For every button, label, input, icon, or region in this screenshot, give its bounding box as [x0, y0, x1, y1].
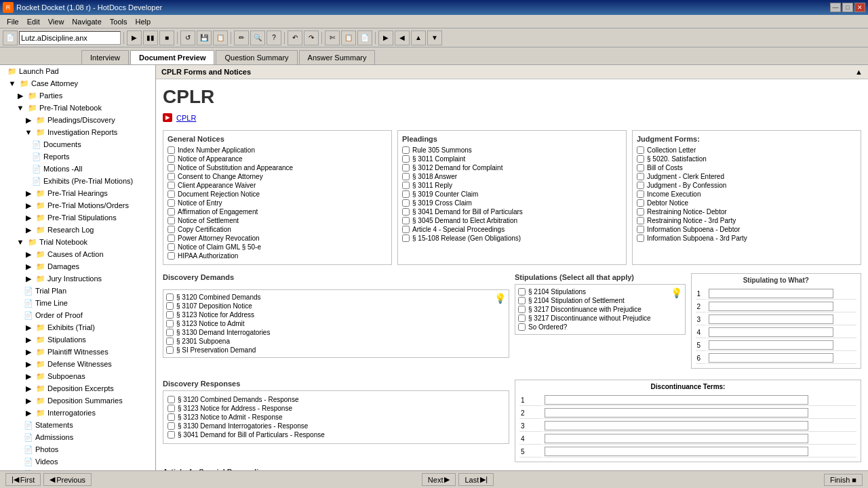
- check-3011-complaint[interactable]: § 3011 Complaint: [402, 155, 622, 163]
- check-2301-subpoena[interactable]: § 2301 Subpoena: [166, 337, 506, 346]
- toolbar-undo[interactable]: ↶: [288, 30, 302, 45]
- toolbar-extra-3[interactable]: ▲: [411, 30, 426, 45]
- check-3123-admit-response[interactable]: § 3123 Notice to Admit - Response: [167, 413, 505, 422]
- sidebar-item-pretrial-stips[interactable]: ▶ 📁 Pre-Trial Stipulations: [0, 211, 155, 224]
- toolbar-btn-5[interactable]: 💾: [197, 30, 212, 45]
- check-3019-counter[interactable]: § 3019 Counter Claim: [402, 190, 622, 199]
- toolbar-btn-3[interactable]: ■: [159, 30, 174, 45]
- check-power-atty[interactable]: Power Attorney Revocation: [167, 234, 387, 243]
- sidebar-item-damages[interactable]: ▶ 📁 Damages: [0, 260, 155, 272]
- check-so-ordered[interactable]: So Ordered?: [518, 323, 682, 331]
- check-affirmation[interactable]: Affirmation of Engagement: [167, 207, 387, 216]
- toolbar-redo[interactable]: ↷: [304, 30, 319, 45]
- sidebar-item-stipulations[interactable]: ▶ 📁 Stipulations: [0, 333, 155, 346]
- toolbar-btn-2[interactable]: ▮▮: [143, 30, 158, 45]
- checkbox-3123-admit[interactable]: [166, 320, 174, 327]
- check-3123-admit[interactable]: § 3123 Notice to Admit: [166, 319, 506, 328]
- checkbox-3019-counter[interactable]: [402, 190, 410, 198]
- checkbox-2301-subpoena[interactable]: [166, 338, 174, 345]
- checkbox-article4[interactable]: [402, 226, 410, 233]
- check-3123-address[interactable]: § 3123 Notice for Address: [166, 310, 506, 319]
- close-button[interactable]: ✕: [854, 3, 865, 12]
- check-3130-interrog-response[interactable]: § 3130 Demand Interrogatories - Response: [167, 422, 505, 430]
- sidebar-item-parties[interactable]: ▶ 📁 Parties: [0, 89, 155, 102]
- sidebar-item-reports[interactable]: 📄 Reports: [0, 150, 155, 163]
- sidebar-item-deposition-summaries[interactable]: ▶ 📁 Deposition Summaries: [0, 394, 155, 407]
- check-collection-letter[interactable]: Collection Letter: [637, 146, 856, 155]
- finish-button[interactable]: Finish ■: [824, 474, 863, 486]
- checkbox-3123-addr-response[interactable]: [167, 405, 175, 412]
- cplr-link[interactable]: CPLR: [176, 114, 196, 122]
- toolbar-btn-8[interactable]: 🔍: [250, 30, 265, 45]
- check-info-subpoena-3rd[interactable]: Information Subpoena - 3rd Party: [637, 234, 856, 243]
- sidebar-item-jury-instructions[interactable]: ▶ 📁 Jury Instructions: [0, 272, 155, 285]
- checkbox-notice-appearance[interactable]: [167, 155, 175, 163]
- checkbox-3130-interrogatories[interactable]: [166, 329, 174, 336]
- checkbox-si-preservation[interactable]: [166, 346, 174, 354]
- sidebar-item-case-attorney[interactable]: ▼ 📁 Case Attorney: [0, 77, 155, 89]
- toolbar-copy[interactable]: 📋: [341, 30, 356, 45]
- sidebar-item-research-log[interactable]: ▶ 📁 Research Log: [0, 224, 155, 236]
- check-restraining-3rd[interactable]: Restraining Notice - 3rd Party: [637, 216, 856, 225]
- checkbox-5020-satisfaction[interactable]: [637, 155, 644, 163]
- sidebar-item-order-proof[interactable]: 📄 Order of Proof: [0, 309, 155, 321]
- check-rule305[interactable]: Rule 305 Summons: [402, 146, 622, 155]
- menu-help[interactable]: Help: [131, 16, 155, 27]
- check-judgment-clerk[interactable]: Judgment - Clerk Entered: [637, 172, 856, 181]
- checkbox-3120-combined[interactable]: [166, 293, 174, 301]
- checkbox-restraining-debtor[interactable]: [637, 208, 644, 216]
- toolbar-new[interactable]: 📄: [3, 30, 18, 45]
- check-3217-without-prejudice[interactable]: § 3217 Discontinuance without Prejudice: [518, 314, 682, 323]
- disc-input-1[interactable]: [545, 395, 808, 405]
- check-3120-combined[interactable]: § 3120 Combined Demands: [166, 293, 506, 302]
- toolbar-btn-4[interactable]: ↺: [180, 30, 195, 45]
- last-button[interactable]: Last ▶|: [458, 473, 494, 486]
- check-hipaa[interactable]: HIPAA Authorization: [167, 251, 387, 260]
- next-button[interactable]: Next ▶: [422, 473, 456, 486]
- check-copy-cert[interactable]: Copy Certification: [167, 225, 387, 234]
- checkbox-3123-address[interactable]: [166, 311, 174, 319]
- check-3123-addr-response[interactable]: § 3123 Notice for Address - Response: [167, 404, 505, 413]
- sidebar-item-subpoenas[interactable]: ▶ 📁 Subpoenas: [0, 370, 155, 382]
- toolbar-extra-1[interactable]: ▶: [378, 30, 393, 45]
- checkbox-3107-deposition[interactable]: [166, 302, 174, 310]
- checkbox-info-subpoena-debtor[interactable]: [637, 226, 644, 233]
- checkbox-info-subpoena-3rd[interactable]: [637, 235, 644, 242]
- disc-input-2[interactable]: [545, 408, 808, 418]
- check-5020-satisfaction[interactable]: § 5020. Satisfaction: [637, 155, 856, 163]
- check-income-exec[interactable]: Income Execution: [637, 190, 856, 199]
- first-button[interactable]: |◀ First: [5, 473, 41, 486]
- check-notice-entry[interactable]: Notice of Entry: [167, 199, 387, 207]
- disc-input-3[interactable]: [545, 421, 808, 430]
- check-si-preservation[interactable]: § SI Preservation Demand: [166, 346, 506, 354]
- checkbox-3130-interrog-response[interactable]: [167, 422, 175, 430]
- check-info-subpoena-debtor[interactable]: Information Subpoena - Debtor: [637, 225, 856, 234]
- previous-button[interactable]: ◀ Previous: [43, 473, 92, 486]
- sidebar-item-trial-plan[interactable]: 📄 Trial Plan: [0, 285, 155, 297]
- stip-input-3[interactable]: [709, 314, 833, 324]
- check-bill-costs[interactable]: Bill of Costs: [637, 163, 856, 172]
- toolbar-btn-9[interactable]: ?: [267, 30, 281, 45]
- check-client-waiver[interactable]: Client Appearance Waiver: [167, 181, 387, 190]
- disc-input-5[interactable]: [545, 447, 808, 456]
- check-judgment-confession[interactable]: Judgment - By Confession: [637, 181, 856, 190]
- check-15108[interactable]: § 15-108 Release (Gen Obligations): [402, 234, 622, 243]
- checkbox-3123-admit-response[interactable]: [167, 413, 175, 421]
- checkbox-notice-settlement[interactable]: [167, 217, 175, 224]
- stip-input-1[interactable]: [709, 289, 833, 298]
- sidebar-item-defense-witnesses[interactable]: ▶ 📁 Defense Witnesses: [0, 358, 155, 370]
- checkbox-3018-answer[interactable]: [402, 173, 410, 180]
- checkbox-collection-letter[interactable]: [637, 146, 644, 154]
- checkbox-3012-demand[interactable]: [402, 164, 410, 171]
- stip-input-5[interactable]: [709, 340, 833, 350]
- checkbox-3041-bill-response[interactable]: [167, 431, 175, 439]
- sidebar-item-exhibits-trial[interactable]: ▶ 📁 Exhibits (Trial): [0, 321, 155, 333]
- checkbox-notice-claim[interactable]: [167, 243, 175, 251]
- toolbar-extra-2[interactable]: ◀: [395, 30, 410, 45]
- sidebar-item-causes-action[interactable]: ▶ 📁 Causes of Action: [0, 248, 155, 260]
- check-3107-deposition[interactable]: § 3107 Deposition Notice: [166, 302, 506, 310]
- check-restraining-debtor[interactable]: Restraining Notice- Debtor: [637, 207, 856, 216]
- menu-tools[interactable]: Tools: [106, 16, 132, 27]
- check-debtor-notice[interactable]: Debtor Notice: [637, 199, 856, 207]
- stip-input-6[interactable]: [709, 353, 833, 363]
